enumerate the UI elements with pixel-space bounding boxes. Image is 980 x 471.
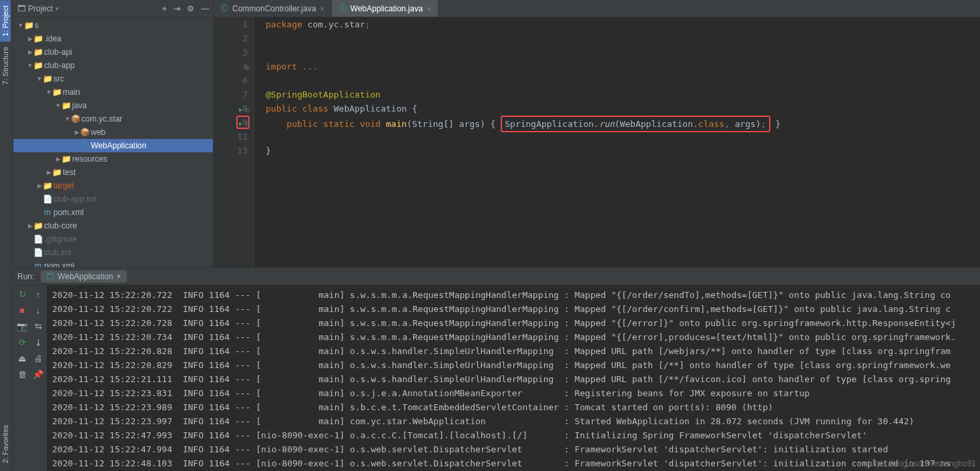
tree-item-main[interactable]: ▼📁main — [13, 86, 213, 99]
tree-arrow-icon[interactable]: ▼ — [27, 62, 33, 69]
tree-item-s[interactable]: ▼📁s — [13, 19, 213, 32]
gutter-line: 8▶⊟ — [214, 102, 248, 116]
tree-label: src — [52, 74, 64, 84]
rail-project[interactable]: 1: Project — [0, 0, 11, 41]
tree-arrow-icon[interactable]: ▶ — [27, 222, 33, 229]
tree-item-web[interactable]: ▶📦web — [13, 126, 213, 139]
tree-arrow-icon[interactable]: ▶ — [45, 169, 52, 176]
tab-file-icon: Ⓒ — [220, 3, 228, 14]
tree-item-pom-xml[interactable]: mpom.xml — [13, 259, 213, 267]
pin-icon[interactable]: 📌 — [32, 368, 44, 380]
dump-icon[interactable]: 📷 — [16, 320, 28, 332]
code-line[interactable] — [266, 31, 980, 45]
tree-label: s — [33, 21, 39, 30]
tree-node-icon: 📁 — [33, 221, 43, 230]
tree-arrow-icon[interactable]: ▶ — [73, 129, 80, 136]
project-window-icon: 🗔 — [17, 4, 25, 13]
tree-item-club-app[interactable]: ▼📁club-app — [13, 59, 213, 72]
tree-item-com-yc-star[interactable]: ▼📦com.yc.star — [13, 112, 213, 126]
code-line[interactable] — [266, 45, 980, 59]
scroll-icon[interactable]: ⤓ — [32, 336, 44, 348]
tree-node-icon: 📦 — [71, 114, 80, 124]
run-tab[interactable]: 🗔 WebApplication × — [41, 271, 126, 283]
tree-item-src[interactable]: ▼📁src — [13, 72, 213, 86]
tree-item--gitignore[interactable]: 📄.gitignore — [13, 232, 213, 246]
fold-icon[interactable]: ⊞ — [246, 61, 250, 75]
tree-label: club-app — [43, 61, 75, 70]
console-line: 2020-11-12 15:22:20.728 INFO 1164 --- [ … — [52, 316, 975, 330]
wrap-icon[interactable]: ⇆ — [32, 320, 44, 332]
rail-structure[interactable]: 7: Structure — [0, 41, 11, 90]
tree-label: club.iml — [43, 248, 71, 257]
console-line: 2020-11-12 15:22:23.997 INFO 1164 --- [ … — [52, 414, 975, 428]
editor-tab-commoncontroller-java[interactable]: ⒸCommonController.java× — [214, 0, 332, 17]
tree-arrow-icon[interactable]: ▼ — [55, 102, 61, 109]
tree-item--idea[interactable]: ▶📁.idea — [13, 32, 213, 45]
tree-node-icon: 📄 — [33, 248, 43, 257]
tree-arrow-icon[interactable]: ▶ — [27, 35, 33, 42]
dropdown-arrow-icon[interactable]: ▾ — [55, 5, 59, 12]
locate-icon[interactable]: ⌖ — [162, 4, 167, 13]
close-icon[interactable]: × — [117, 272, 121, 281]
tree-node-icon: 📁 — [33, 47, 43, 57]
print-icon[interactable]: 🖨 — [32, 352, 44, 364]
tree-item-test[interactable]: ▶📁test — [13, 166, 213, 179]
fold-icon[interactable]: ⊟ — [246, 103, 250, 117]
editor-tab-webapplication-java[interactable]: ⒸWebApplication.java× — [332, 0, 439, 17]
tree-arrow-icon[interactable]: ▼ — [45, 89, 52, 96]
tree-item-club-api[interactable]: ▶📁club-api — [13, 45, 213, 59]
tree-label: com.yc.star — [80, 114, 122, 124]
editor-area: ⒸCommonController.java×ⒸWebApplication.j… — [214, 0, 980, 267]
gear-icon[interactable]: ⚙ — [187, 4, 194, 13]
fold-icon[interactable]: ⊟ — [246, 117, 250, 131]
up-icon[interactable]: ↑ — [32, 288, 44, 300]
tree-item-webapplication[interactable]: ⒸWebApplication — [13, 139, 213, 152]
exit-icon[interactable]: ⏏ — [16, 352, 28, 364]
watermark: https://blog.csdn.net/rongbo91 — [869, 459, 976, 468]
tree-arrow-icon[interactable]: ▶ — [55, 156, 61, 162]
tree-item-club-core[interactable]: ▶📁club-core — [13, 219, 213, 232]
tree-arrow-icon[interactable]: ▶ — [36, 182, 43, 189]
tree-label: club-api — [43, 47, 72, 57]
console-output[interactable]: 2020-11-12 15:22:20.722 INFO 1164 --- [ … — [47, 285, 980, 471]
tree-item-pom-xml[interactable]: mpom.xml — [13, 206, 213, 219]
hide-icon[interactable]: — — [201, 4, 209, 13]
restart-icon[interactable]: ⟳ — [16, 336, 28, 348]
code-line[interactable]: } — [266, 144, 980, 158]
tree-node-icon: 📁 — [61, 101, 71, 110]
tree-item-resources[interactable]: ▶📁resources — [13, 152, 213, 166]
code-line[interactable]: public static void main(String[] args) {… — [266, 116, 980, 130]
tree-arrow-icon[interactable]: ▼ — [36, 75, 43, 82]
code-line[interactable] — [266, 73, 980, 88]
console-line: 2020-11-12 15:22:20.829 INFO 1164 --- [ … — [52, 358, 975, 372]
close-icon[interactable]: × — [427, 5, 431, 13]
stop-icon[interactable]: ■ — [16, 304, 28, 316]
tree-arrow-icon[interactable]: ▼ — [17, 22, 24, 29]
tree-item-java[interactable]: ▼📁java — [13, 99, 213, 112]
rerun-icon[interactable]: ↻ — [16, 288, 28, 300]
tree-item-club-iml[interactable]: 📄club.iml — [13, 246, 213, 259]
code-line[interactable]: public class WebApplication { — [266, 102, 980, 116]
close-icon[interactable]: × — [320, 5, 324, 13]
code-line[interactable]: import ... — [266, 59, 980, 73]
console-line: 2020-11-12 15:22:23.831 INFO 1164 --- [ … — [52, 386, 975, 400]
gutter-line: 9▶⊟ — [214, 116, 248, 130]
code-line[interactable]: package com.yc.star; — [266, 17, 980, 31]
gutter: 1234⊞678▶⊟9▶⊟1213 — [214, 17, 254, 267]
editor-body[interactable]: 1234⊞678▶⊟9▶⊟1213 package com.yc.star;im… — [214, 17, 980, 267]
trash-icon[interactable]: 🗑 — [16, 368, 28, 380]
console-line: 2020-11-12 15:22:23.989 INFO 1164 --- [ … — [52, 400, 975, 414]
console-line: 2020-11-12 15:22:21.111 INFO 1164 --- [ … — [52, 372, 975, 386]
code[interactable]: package com.yc.star;import ...@SpringBoo… — [254, 17, 980, 267]
rail-favorites[interactable]: 2: Favorites — [0, 420, 11, 468]
collapse-icon[interactable]: ⇥ — [174, 4, 180, 13]
run-gutter-icon[interactable]: ▶ — [239, 103, 242, 117]
tree-item-club-app-iml[interactable]: 📄club-app.iml — [13, 192, 213, 206]
code-line[interactable]: @SpringBootApplication — [266, 88, 980, 102]
down-icon[interactable]: ↓ — [32, 304, 44, 316]
tree-arrow-icon[interactable]: ▶ — [27, 49, 33, 55]
console-line: 2020-11-12 15:22:47.994 INFO 1164 --- [n… — [52, 442, 975, 456]
tree-item-target[interactable]: ▶📁target — [13, 179, 213, 192]
tree-arrow-icon[interactable]: ▼ — [64, 116, 71, 122]
project-tree[interactable]: ▼📁s▶📁.idea▶📁club-api▼📁club-app▼📁src▼📁mai… — [13, 17, 213, 267]
